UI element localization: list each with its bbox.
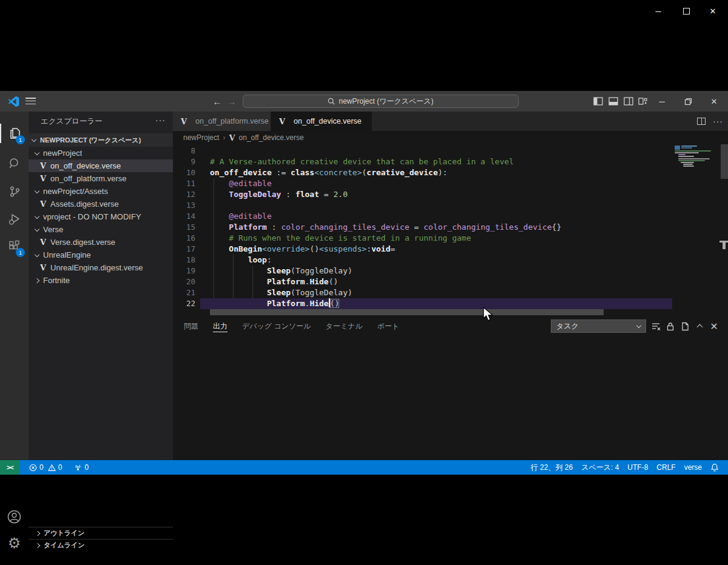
- tab-on_off_platform[interactable]: V on_off_platform.verse: [173, 112, 271, 131]
- bell-icon: [710, 463, 719, 472]
- line-number: 18: [173, 255, 195, 266]
- problems-status[interactable]: 0 0: [25, 460, 66, 475]
- tree-item-label: on_off_platform.verse: [50, 174, 127, 183]
- nav-forward-button[interactable]: →: [225, 95, 238, 107]
- tree-row[interactable]: Verse: [29, 223, 173, 236]
- code-line: 20 Platform.Hide(): [173, 276, 728, 287]
- line-number: 20: [173, 276, 195, 287]
- outline-section-header[interactable]: アウトライン: [29, 527, 173, 539]
- indentation-status[interactable]: スペース: 4: [577, 460, 623, 475]
- activity-extensions-button[interactable]: 1: [0, 233, 29, 259]
- window-restore-button[interactable]: [678, 91, 698, 112]
- line-text: loop:: [210, 255, 272, 266]
- language-mode-status[interactable]: verse: [680, 460, 706, 475]
- toggle-primary-sidebar-icon[interactable]: [593, 96, 603, 106]
- timeline-section-header[interactable]: タイムライン: [29, 539, 173, 551]
- code-line: 15 Platform : color_changing_tiles_devic…: [173, 222, 728, 233]
- panel-tab-output[interactable]: 出力: [213, 318, 228, 335]
- toggle-panel-icon[interactable]: [608, 96, 618, 106]
- minimap[interactable]: [673, 144, 720, 169]
- encoding-status[interactable]: UTF-8: [623, 460, 652, 475]
- notifications-bell-button[interactable]: [706, 460, 723, 475]
- outline-label: アウトライン: [44, 529, 85, 538]
- code-editor[interactable]: 8 9 # A Verse-authored creative device t…: [173, 144, 728, 318]
- activity-search-button[interactable]: [0, 150, 29, 177]
- tree-row[interactable]: V on_off_device.verse: [29, 159, 173, 172]
- tree-row[interactable]: vproject - DO NOT MODIFY: [29, 210, 173, 223]
- nav-back-button[interactable]: ←: [211, 95, 224, 107]
- code-line: 14 @editable: [173, 211, 728, 222]
- tree-row[interactable]: V Assets.digest.verse: [29, 198, 173, 210]
- lock-scroll-button[interactable]: [665, 321, 676, 332]
- activity-settings-button[interactable]: ⚙: [0, 530, 29, 557]
- tree-row[interactable]: newProject: [29, 147, 173, 159]
- outer-maximize-button[interactable]: [677, 4, 695, 18]
- split-editor-button[interactable]: [697, 118, 706, 125]
- line-text: Platform.Hide(): [210, 298, 339, 309]
- panel-tab-debug-console[interactable]: デバッグ コンソール: [242, 318, 311, 335]
- panel-tab-problems[interactable]: 問題: [184, 318, 198, 335]
- maximize-icon: [683, 8, 690, 15]
- tree-item-label: Verse.digest.verse: [50, 238, 115, 247]
- activity-account-button[interactable]: [0, 503, 29, 530]
- clear-output-icon: [652, 322, 661, 331]
- activity-explorer-button[interactable]: 1: [0, 120, 29, 147]
- tree-row[interactable]: V Verse.digest.verse: [29, 236, 173, 249]
- tab-strip: V on_off_platform.verse V on_off_device.…: [173, 112, 728, 131]
- close-panel-button[interactable]: ✕: [709, 321, 720, 332]
- tree-row[interactable]: newProject/Assets: [29, 185, 173, 198]
- window-close-button[interactable]: ✕: [704, 91, 724, 112]
- workspace-root-row[interactable]: NEWPROJECT (ワークスペース): [29, 133, 173, 147]
- eol-status[interactable]: CRLF: [652, 460, 679, 475]
- code-line: 17 OnBegin<override>()<suspends>:void=: [173, 244, 728, 255]
- source-control-icon: [8, 185, 21, 198]
- vscode-window: ← → newProject (ワークスペース): [0, 91, 728, 475]
- editor-vertical-scrollbar[interactable]: [721, 144, 728, 179]
- workspace-root-label: NEWPROJECT (ワークスペース): [40, 136, 141, 145]
- error-count: 0: [39, 463, 44, 472]
- timeline-label: タイムライン: [44, 541, 85, 550]
- tree-row[interactable]: UnrealEngine: [29, 249, 173, 261]
- output-channel-dropdown[interactable]: タスク: [551, 319, 646, 333]
- tab-label: on_off_platform.verse: [195, 117, 269, 125]
- breadcrumb-folder[interactable]: newProject: [183, 133, 219, 142]
- cursor-position-status[interactable]: 行 22、列 26: [527, 460, 577, 475]
- customize-layout-icon[interactable]: [638, 96, 648, 106]
- editor-more-actions-button[interactable]: ···: [713, 116, 723, 126]
- activity-run-debug-button[interactable]: [0, 206, 29, 232]
- outer-close-button[interactable]: ✕: [704, 4, 722, 18]
- folder-chevron-icon: [35, 188, 39, 193]
- menu-hamburger-button[interactable]: [25, 98, 36, 105]
- line-number: 21: [173, 287, 195, 298]
- window-minimize-button[interactable]: ─: [652, 91, 672, 112]
- file-icon: [681, 322, 689, 331]
- verse-file-icon: V: [229, 133, 235, 142]
- sidebar-more-actions-button[interactable]: ···: [155, 115, 166, 125]
- tree-row[interactable]: V on_off_platform.verse: [29, 172, 173, 185]
- toggle-secondary-sidebar-icon[interactable]: [624, 96, 633, 106]
- remote-indicator[interactable]: ><: [0, 460, 20, 475]
- clear-output-button[interactable]: [650, 321, 661, 332]
- panel-tab-terminal[interactable]: ターミナル: [326, 318, 363, 335]
- ports-status[interactable]: 0: [70, 460, 93, 475]
- editor-horizontal-scrollbar[interactable]: [210, 309, 604, 315]
- editor-group: V on_off_platform.verse V on_off_device.…: [173, 112, 728, 460]
- account-icon: [7, 509, 22, 524]
- code-line: 9 # A Verse-authored creative device tha…: [173, 156, 728, 167]
- code-line: 21 Sleep(ToggleDelay): [173, 287, 728, 298]
- tree-row[interactable]: Fortnite: [29, 274, 173, 287]
- breadcrumb-file[interactable]: on_off_device.verse: [238, 133, 303, 142]
- tab-on_off_device[interactable]: V on_off_device.verse: [271, 112, 372, 131]
- chevron-down-icon: [636, 323, 641, 327]
- outer-minimize-button[interactable]: ─: [649, 4, 667, 18]
- command-center-search[interactable]: newProject (ワークスペース): [243, 95, 519, 108]
- line-text: @editable: [210, 178, 272, 189]
- chevron-right-icon: [35, 543, 40, 547]
- panel-tab-ports[interactable]: ポート: [377, 318, 400, 335]
- open-output-in-editor-button[interactable]: [679, 321, 690, 332]
- verse-file-icon: V: [40, 161, 46, 170]
- line-text: # A Verse-authored creative device that …: [210, 156, 514, 167]
- tree-row[interactable]: V UnrealEngine.digest.verse: [29, 261, 173, 274]
- maximize-panel-button[interactable]: [694, 321, 705, 332]
- activity-source-control-button[interactable]: [0, 178, 29, 205]
